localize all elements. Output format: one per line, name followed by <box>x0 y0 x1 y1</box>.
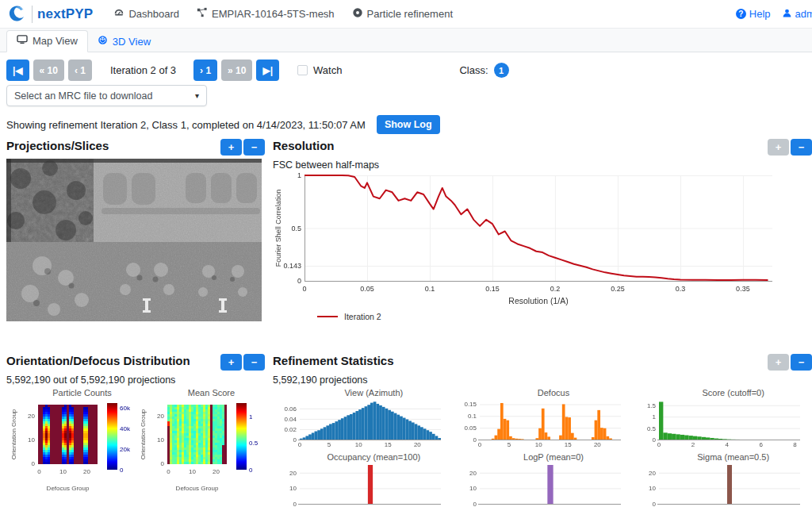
top-navbar: nextPYP Dashboard EMPIAR-10164-5TS-mesh … <box>0 0 812 29</box>
nav-dashboard-label: Dashboard <box>128 8 179 20</box>
statistics-grid: View (Azimuth) Defocus Score (cutoff=0) … <box>273 388 812 507</box>
occupancy-title: Occupancy (mean=100) <box>273 452 453 463</box>
last-iteration-button[interactable]: ▶| <box>256 60 279 81</box>
page-content: |◀ « 10 ‹ 1 Iteration 2 of 3 › 1 » 10 ▶|… <box>0 60 812 507</box>
orientation-defocus-panel: Orientation/Defocus Distribution + − 5,5… <box>6 349 265 507</box>
brand-divider <box>32 6 33 23</box>
show-log-button[interactable]: Show Log <box>377 115 440 134</box>
resolution-panel: Resolution + − FSC between half-maps Ite… <box>273 139 812 349</box>
projections-zoom-in-button[interactable]: + <box>220 139 242 156</box>
score-title: Score (cutoff=0) <box>632 388 812 398</box>
nav-dashboard[interactable]: Dashboard <box>113 7 179 21</box>
help-icon: ? <box>736 9 746 19</box>
brand-name: nextPYP <box>37 6 93 22</box>
back-1-iteration-button[interactable]: ‹ 1 <box>68 60 92 81</box>
orientation-zoom-controls: + − <box>220 354 265 371</box>
view-azimuth-cell: View (Azimuth) <box>273 388 453 449</box>
forward-1-iteration-button[interactable]: › 1 <box>193 60 217 81</box>
particle-counts-figure: Particle Counts <box>6 388 136 507</box>
user-menu[interactable]: admin <box>782 8 812 21</box>
watch-label: Watch <box>313 64 342 76</box>
iteration-label: Iteration 2 of 3 <box>110 64 176 76</box>
main-grid: Projections/Slices + − <box>6 139 806 507</box>
legend-line-red <box>317 316 338 317</box>
forward-10-iterations-button[interactable]: » 10 <box>221 60 252 81</box>
orientation-zoom-in-button[interactable]: + <box>220 354 242 371</box>
logp-cell: LogP (mean=0) <box>453 452 633 507</box>
score-histogram <box>632 398 806 449</box>
statistics-panel-title: Refinement Statistics <box>273 354 394 367</box>
fsc-subtitle: FSC between half-maps <box>273 159 812 171</box>
defocus-cell: Defocus <box>453 388 633 449</box>
score-cell: Score (cutoff=0) <box>632 388 812 449</box>
sigma-title: Sigma (mean=0.5) <box>632 452 812 463</box>
back-10-iterations-button[interactable]: « 10 <box>33 60 64 81</box>
fsc-legend: Iteration 2 <box>317 312 812 321</box>
resolution-zoom-in-button[interactable]: + <box>768 139 789 156</box>
first-iteration-button[interactable]: |◀ <box>6 60 29 81</box>
nextpyp-logo-icon <box>8 3 27 25</box>
orientation-zoom-out-button[interactable]: − <box>243 354 265 371</box>
defocus-title: Defocus <box>453 388 633 398</box>
cube-3d-icon <box>98 35 108 48</box>
view-tabbar: Map View 3D View <box>0 29 812 52</box>
status-row: Showing refinement Iteration 2, Class 1,… <box>6 115 806 134</box>
occupancy-cell: Occupancy (mean=100) <box>273 452 453 507</box>
sigma-histogram <box>632 463 806 507</box>
projections-panel-title: Projections/Slices <box>6 139 109 152</box>
heatmap-row: Particle Counts Mean Score <box>6 388 265 507</box>
tab-map-view[interactable]: Map View <box>6 30 88 52</box>
dashboard-gauge-icon <box>113 7 124 21</box>
particle-target-icon <box>352 7 363 21</box>
view-azimuth-histogram <box>273 398 447 449</box>
tab-3d-view-label: 3D View <box>113 36 151 48</box>
statistics-zoom-in-button[interactable]: + <box>768 354 789 371</box>
resolution-zoom-controls: + − <box>768 139 812 156</box>
navbar-right: ? Help admin <box>736 8 812 21</box>
statistics-zoom-controls: + − <box>768 354 812 371</box>
projections-panel: Projections/Slices + − <box>6 139 265 349</box>
sigma-cell: Sigma (mean=0.5) <box>632 452 812 507</box>
projections-zoom-out-button[interactable]: − <box>243 139 265 156</box>
mean-score-figure: Mean Score <box>136 388 265 507</box>
nextpyp-brand[interactable]: nextPYP <box>8 3 93 25</box>
resolution-zoom-out-button[interactable]: − <box>791 139 812 156</box>
project-network-icon <box>197 7 208 21</box>
tab-map-view-label: Map View <box>33 35 78 47</box>
statistics-subtitle: 5,592,190 projections <box>273 374 812 386</box>
defocus-histogram <box>453 398 627 449</box>
orientation-subtitle: 5,592,190 out of 5,592,190 projections <box>6 374 265 386</box>
nav-particle-refinement[interactable]: Particle refinement <box>352 7 453 21</box>
particle-counts-title: Particle Counts <box>6 388 136 398</box>
particle-counts-heatmap <box>6 398 136 507</box>
fsc-chart <box>273 171 812 310</box>
nav-project-label: EMPIAR-10164-5TS-mesh <box>212 8 335 20</box>
refinement-statistics-panel: Refinement Statistics + − 5,592,190 proj… <box>273 349 812 507</box>
em-projections-image <box>6 159 262 321</box>
logp-histogram <box>453 463 627 507</box>
user-label: admin <box>795 8 812 20</box>
class-1-badge[interactable]: 1 <box>494 63 509 78</box>
statistics-zoom-out-button[interactable]: − <box>791 354 812 371</box>
mean-score-heatmap <box>136 398 265 507</box>
legend-label: Iteration 2 <box>344 312 381 321</box>
class-control: Class: 1 <box>459 63 508 78</box>
user-icon <box>782 8 792 21</box>
nav-project[interactable]: EMPIAR-10164-5TS-mesh <box>197 7 335 21</box>
watch-checkbox[interactable] <box>297 65 308 75</box>
monitor-icon <box>17 35 28 47</box>
chevron-down-icon: ▾ <box>195 91 199 100</box>
resolution-panel-title: Resolution <box>273 139 335 152</box>
projections-zoom-controls: + − <box>220 139 265 156</box>
mrc-file-dropdown[interactable]: Select an MRC file to download ▾ <box>6 85 207 106</box>
nav-particle-refinement-label: Particle refinement <box>367 8 453 20</box>
tab-3d-view[interactable]: 3D View <box>88 31 160 52</box>
mrc-file-dropdown-value: Select an MRC file to download <box>14 90 152 102</box>
class-label: Class: <box>459 64 488 76</box>
logp-title: LogP (mean=0) <box>453 452 633 463</box>
help-link[interactable]: ? Help <box>736 8 771 20</box>
help-label: Help <box>749 8 771 20</box>
orientation-panel-title: Orientation/Defocus Distribution <box>6 354 190 367</box>
mean-score-title: Mean Score <box>136 388 265 398</box>
iteration-controls: |◀ « 10 ‹ 1 Iteration 2 of 3 › 1 » 10 ▶|… <box>6 60 806 81</box>
